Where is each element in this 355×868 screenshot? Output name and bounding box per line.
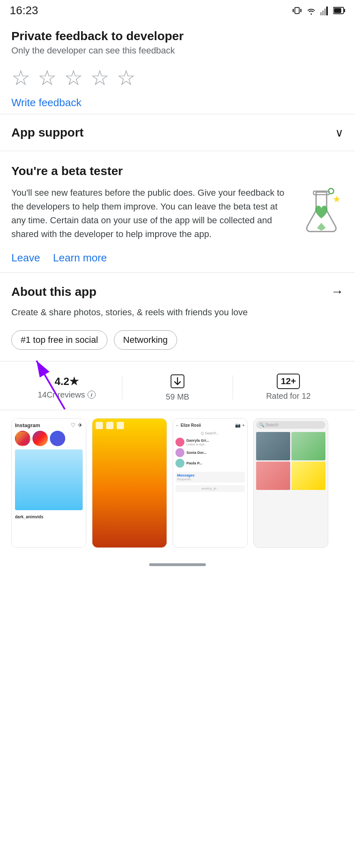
svg-rect-8	[344, 9, 345, 12]
about-app-header: About this app →	[11, 284, 344, 299]
stars-row[interactable]: ☆ ☆ ☆ ☆ ☆	[11, 67, 344, 88]
tags-row: #1 top free in social Networking	[11, 330, 344, 350]
stat-age-rating: 12+ Rated for 12	[233, 374, 344, 401]
status-icons	[292, 5, 345, 16]
chevron-down-icon[interactable]: ∨	[335, 126, 344, 139]
download-size-label: 59 MB	[166, 392, 189, 402]
about-app-section: About this app → Create & share photos, …	[0, 272, 355, 361]
about-app-description: Create & share photos, stories, & reels …	[11, 306, 344, 319]
svg-rect-3	[320, 12, 322, 15]
vibrate-icon	[292, 5, 302, 16]
svg-rect-4	[322, 11, 324, 15]
svg-rect-5	[324, 9, 326, 15]
home-indicator	[0, 556, 355, 571]
stats-section: 4.2★ 14Cr reviews i 59 MB 12+ Rated for …	[0, 361, 355, 410]
screenshots-row: Instagram ♡ ✈	[11, 418, 344, 548]
tag-top-free[interactable]: #1 top free in social	[11, 330, 107, 350]
battery-icon	[333, 6, 345, 15]
svg-rect-6	[326, 6, 328, 15]
feedback-title: Private feedback to developer	[11, 29, 344, 43]
status-time: 16:23	[10, 4, 38, 17]
feedback-subtitle: Only the developer can see this feedback	[11, 45, 344, 56]
screenshot-2[interactable]	[92, 418, 167, 548]
signal-icon	[320, 5, 330, 16]
status-bar: 16:23	[0, 0, 355, 19]
screenshot-3[interactable]: ← Elize Rosii 📷 + Q Search... Danryla Gr…	[173, 418, 248, 548]
svg-marker-11	[333, 196, 340, 203]
leave-beta-link[interactable]: Leave	[11, 252, 40, 264]
app-support-section[interactable]: App support ∨	[0, 114, 355, 151]
beta-tester-description: You'll see new features before the publi…	[11, 186, 293, 241]
tag-networking[interactable]: Networking	[114, 330, 177, 350]
star-1[interactable]: ☆	[11, 67, 30, 88]
beta-tester-icon	[299, 188, 344, 242]
svg-marker-13	[317, 223, 326, 231]
stat-download-size: 59 MB	[122, 373, 233, 402]
about-app-arrow-icon[interactable]: →	[331, 284, 344, 299]
stat-rating: 4.2★ 14Cr reviews i	[11, 375, 122, 400]
about-app-title: About this app	[11, 285, 96, 299]
star-4[interactable]: ☆	[90, 67, 109, 88]
feedback-section: Private feedback to developer Only the d…	[0, 19, 355, 114]
screenshot-1[interactable]: Instagram ♡ ✈	[11, 418, 86, 548]
age-rating-box: 12+	[277, 374, 300, 389]
svg-rect-1	[293, 9, 294, 13]
screenshots-section: Instagram ♡ ✈	[0, 410, 355, 548]
home-bar	[149, 563, 206, 566]
info-icon[interactable]: i	[88, 391, 96, 399]
star-2[interactable]: ☆	[38, 67, 57, 88]
screenshot-4[interactable]: 🔍 Search	[253, 418, 328, 548]
rating-value: 4.2★	[55, 375, 79, 388]
write-feedback-link[interactable]: Write feedback	[11, 96, 81, 109]
svg-rect-0	[295, 7, 299, 13]
beta-tester-section: You're a beta tester You'll see new feat…	[0, 151, 355, 272]
age-rating-label: Rated for 12	[266, 391, 311, 401]
beta-links: Leave Learn more	[11, 252, 344, 264]
star-3[interactable]: ☆	[64, 67, 83, 88]
svg-rect-9	[334, 8, 341, 13]
review-count-label: 14Cr reviews i	[38, 390, 96, 400]
star-5[interactable]: ☆	[117, 67, 136, 88]
download-icon	[169, 373, 186, 390]
learn-more-link[interactable]: Learn more	[53, 252, 107, 264]
beta-tester-title: You're a beta tester	[11, 164, 344, 178]
app-support-label: App support	[11, 126, 83, 139]
svg-rect-2	[300, 9, 302, 13]
wifi-icon	[306, 5, 317, 16]
